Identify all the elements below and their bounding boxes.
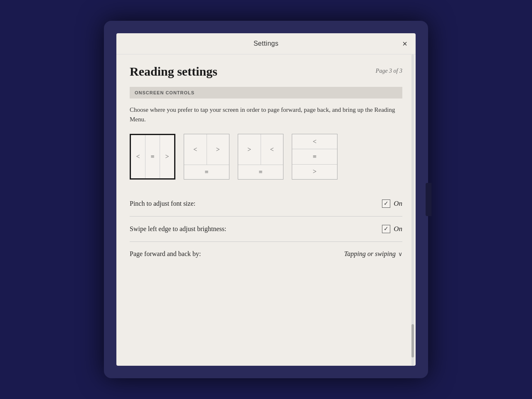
- layout1-col-left: <: [131, 135, 145, 178]
- pinch-on-label: On: [394, 200, 402, 208]
- layout4-row-top: <: [292, 134, 337, 149]
- setting-row-pinch: Pinch to adjust font size: ✓ On: [130, 191, 402, 217]
- layout1-col-mid: ≡: [145, 135, 160, 178]
- pinch-checkbox[interactable]: ✓: [382, 200, 390, 208]
- close-button[interactable]: ×: [402, 39, 407, 49]
- layout3-col-right: <: [261, 134, 283, 165]
- scrollbar[interactable]: [411, 54, 414, 366]
- page-forward-label: Page forward and back by:: [130, 250, 201, 258]
- layout-options: < ≡ > < > ≡: [130, 134, 402, 180]
- settings-dialog: Settings × Reading settings Page 3 of 3 …: [116, 33, 416, 366]
- pinch-control: ✓ On: [382, 200, 402, 208]
- dialog-body-wrapper: Reading settings Page 3 of 3 ONSCREEN CO…: [116, 54, 416, 366]
- device-button: [426, 183, 431, 216]
- layout4-row-mid: ≡: [292, 149, 337, 164]
- chevron-down-icon: ∨: [398, 251, 402, 258]
- device-frame: Settings × Reading settings Page 3 of 3 …: [104, 21, 428, 378]
- layout-option-2[interactable]: < > ≡: [184, 134, 229, 180]
- pinch-check-icon: ✓: [384, 201, 389, 207]
- setting-row-page-forward: Page forward and back by: Tapping or swi…: [130, 242, 402, 266]
- scrollbar-thumb: [411, 324, 414, 357]
- layout4-row-bot: >: [292, 165, 337, 179]
- swipe-label: Swipe left edge to adjust brightness:: [130, 225, 226, 233]
- layout3-col-left: >: [238, 134, 261, 165]
- dialog-title: Settings: [254, 40, 278, 47]
- layout3-bottom: ≡: [238, 165, 283, 179]
- screen: Settings × Reading settings Page 3 of 3 …: [116, 33, 416, 366]
- layout2-bottom: ≡: [184, 165, 229, 179]
- swipe-checkbox[interactable]: ✓: [382, 225, 390, 233]
- swipe-on-label: On: [394, 225, 402, 233]
- swipe-control: ✓ On: [382, 225, 402, 233]
- page-header: Reading settings Page 3 of 3: [130, 64, 402, 79]
- description-text: Choose where you prefer to tap your scre…: [130, 105, 402, 124]
- layout2-col-left: <: [184, 134, 207, 165]
- page-indicator: Page 3 of 3: [376, 64, 402, 74]
- layout-option-4[interactable]: < ≡ >: [292, 134, 337, 180]
- pinch-label: Pinch to adjust font size:: [130, 200, 195, 207]
- section-header: ONSCREEN CONTROLS: [130, 87, 402, 99]
- setting-row-swipe: Swipe left edge to adjust brightness: ✓ …: [130, 217, 402, 242]
- layout-option-3[interactable]: > < ≡: [238, 134, 283, 180]
- layout-option-1[interactable]: < ≡ >: [130, 134, 175, 180]
- dialog-header: Settings ×: [116, 33, 416, 54]
- page-forward-dropdown[interactable]: Tapping or swiping ∨: [344, 250, 402, 258]
- layout2-col-right: >: [207, 134, 229, 165]
- dialog-body: Reading settings Page 3 of 3 ONSCREEN CO…: [116, 54, 416, 276]
- layout1-col-right: >: [160, 135, 174, 178]
- page-title: Reading settings: [130, 64, 217, 79]
- swipe-check-icon: ✓: [384, 226, 389, 232]
- page-forward-value: Tapping or swiping: [344, 250, 396, 258]
